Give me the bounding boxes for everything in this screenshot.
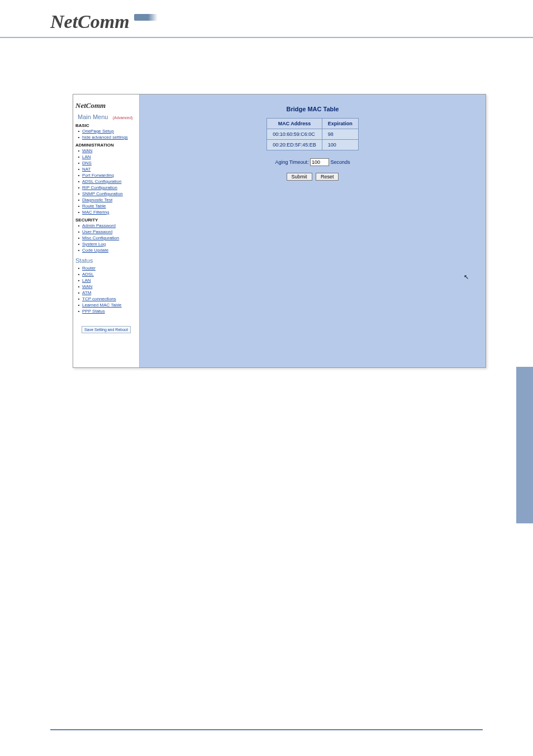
nav-port-forwarding[interactable]: Port Forwarding [82,173,114,178]
main-menu-label: Main Menu [75,112,110,121]
status-list: Router ADSL LAN WAN ATM TCP connections … [73,266,139,314]
nav-adsl-config[interactable]: ADSL Configuration [82,179,121,184]
advanced-label: (Advanced) [113,116,133,120]
admin-list: WAN LAN DNS NAT Port Forwarding ADSL Con… [73,148,139,215]
col-expiration: Expiration [322,119,358,129]
aging-timeout-input[interactable] [310,158,329,166]
nav-code-update[interactable]: Code Update [82,248,108,253]
nav-rip-config[interactable]: RIP Configuration [82,185,117,190]
nav-route-table[interactable]: Route Table [82,204,106,209]
nav-onepage-setup[interactable]: OnePage Setup [82,129,114,134]
col-mac: MAC Address [267,119,322,129]
nav-status-ppp[interactable]: PPP Status [82,309,105,314]
page-footer [50,729,483,734]
nav-status-learned-mac[interactable]: Learned MAC Table [82,303,122,308]
section-administration: ADMINISTRATION [73,141,139,148]
app-screenshot: NetComm Main Menu (Advanced) BASIC OnePa… [73,94,486,368]
side-tab [516,367,533,523]
nav-system-log[interactable]: System Log [82,242,106,247]
nav-lan[interactable]: LAN [82,154,91,159]
table-row: 00:20:ED:5F:45:EB 100 [267,140,359,150]
sidebar: NetComm Main Menu (Advanced) BASIC OnePa… [73,94,140,367]
nav-diagnostic-test[interactable]: Diagnostic Test [82,197,112,202]
reset-button[interactable]: Reset [316,173,339,181]
nav-status-tcp[interactable]: TCP connections [82,296,116,301]
basic-list: OnePage Setup hide advanced settings [73,129,139,140]
content-area: Bridge MAC Table MAC Address Expiration … [140,94,486,367]
nav-snmp-config[interactable]: SNMP Configuration [82,191,123,196]
nav-status-atm[interactable]: ATM [82,290,91,295]
nav-hide-advanced[interactable]: hide advanced settings [82,135,128,140]
nav-status-adsl[interactable]: ADSL [82,272,94,277]
aging-unit: Seconds [331,159,350,165]
table-row: 00:10:60:59:C6:0C 98 [267,129,359,140]
brand-logo: NetComm [50,11,130,32]
nav-wan[interactable]: WAN [82,148,92,153]
nav-status-router[interactable]: Router [82,266,96,271]
nav-nat[interactable]: NAT [82,167,91,172]
sidebar-logo: NetComm [73,94,139,114]
bridge-mac-table: MAC Address Expiration 00:10:60:59:C6:0C… [266,118,359,150]
submit-button[interactable]: Submit [287,173,312,181]
nav-misc-config[interactable]: Misc Configuration [82,235,119,240]
save-reboot-button[interactable]: Save Setting and Reboot [82,326,131,333]
section-basic: BASIC [73,121,139,128]
nav-user-password[interactable]: User Password [82,229,112,234]
aging-label: Aging Timeout: [275,159,308,165]
security-list: Admin Password User Password Misc Config… [73,223,139,253]
nav-status-lan[interactable]: LAN [82,278,91,283]
nav-mac-filtering[interactable]: MAC Filtering [82,210,109,215]
section-security: SECURITY [73,216,139,223]
nav-dns[interactable]: DNS [82,160,92,166]
cursor-icon: ↖ [464,273,469,281]
nav-admin-password[interactable]: Admin Password [82,223,116,228]
status-label: Status [73,254,139,265]
nav-status-wan[interactable]: WAN [82,284,92,289]
content-title: Bridge MAC Table [140,106,486,112]
